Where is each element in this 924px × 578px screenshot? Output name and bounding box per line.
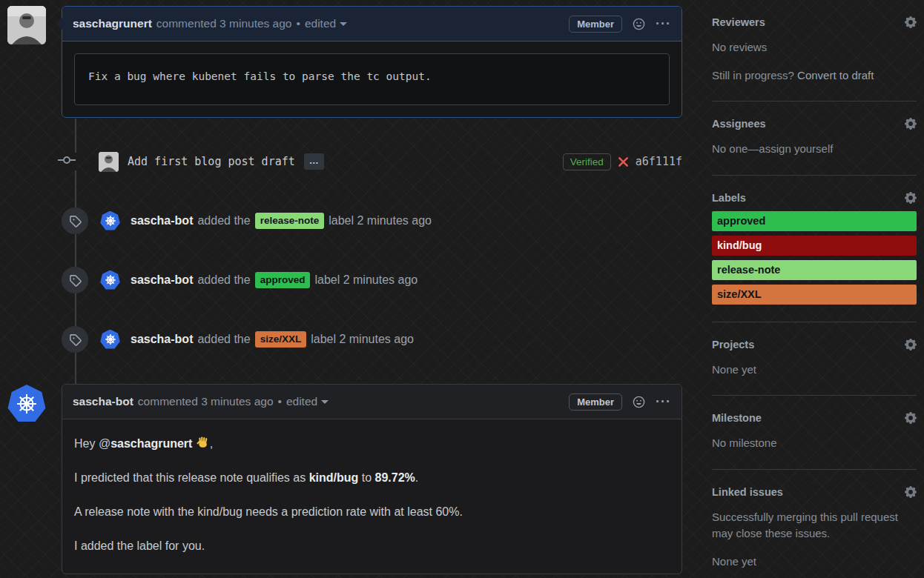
edited-dropdown[interactable]: edited [305, 17, 347, 30]
event-actor[interactable]: sascha-bot [131, 273, 193, 287]
linked-issues-empty-text: None yet [712, 554, 917, 571]
event-actor[interactable]: sascha-bot [131, 333, 193, 346]
reviewers-empty-text: No reviews [712, 39, 917, 56]
event-suffix: label 2 minutes ago [311, 333, 414, 346]
member-badge[interactable]: Member [569, 16, 622, 33]
label-size-xxl[interactable]: size/XXL [255, 331, 307, 348]
milestone-section: Milestone No milestone [712, 412, 917, 470]
sidebar-label-approved[interactable]: approved [712, 211, 917, 231]
reviewers-title: Reviewers [712, 16, 765, 28]
divider [712, 395, 917, 396]
linked-issues-title: Linked issues [712, 486, 783, 498]
comment-timestamp[interactable]: commented 3 minutes ago [138, 395, 274, 408]
divider [712, 175, 917, 176]
edited-dropdown[interactable]: edited [286, 395, 329, 408]
commit-expand-button[interactable]: … [304, 153, 324, 170]
chevron-down-icon [321, 400, 329, 404]
release-note-code-block: Fix a bug where kubenet fails to parse t… [74, 53, 670, 105]
bot-avatar-kubernetes[interactable] [100, 270, 120, 290]
event-actor[interactable]: sascha-bot [131, 214, 193, 227]
milestone-title: Milestone [712, 412, 762, 424]
separator-dot: • [278, 395, 282, 408]
separator-dot: • [296, 17, 300, 30]
person-photo-placeholder [7, 6, 46, 44]
projects-empty-text: None yet [712, 362, 917, 379]
convert-to-draft-row: Still in progress? Convert to draft [712, 67, 917, 84]
gear-icon[interactable] [905, 118, 917, 130]
assignees-empty-text: No one—assign yourself [712, 141, 917, 158]
event-action: added the [197, 333, 250, 346]
labels-title: Labels [712, 192, 746, 204]
kebab-menu-button[interactable]: ··· [656, 17, 671, 30]
divider [712, 469, 917, 470]
chevron-down-icon [340, 22, 347, 26]
member-badge[interactable]: Member [569, 393, 622, 411]
commit-author-avatar[interactable] [99, 152, 119, 172]
comment-body: Fix a bug where kubenet fails to parse t… [62, 41, 682, 117]
conversation-column: saschagrunert commented 3 minutes ago • … [62, 0, 682, 578]
add-reaction-button[interactable] [633, 18, 645, 30]
event-suffix: label 2 minutes ago [314, 273, 418, 287]
smiley-icon [633, 18, 645, 30]
linked-issues-description: Successfully merging this pull request m… [712, 509, 917, 542]
gear-icon[interactable] [905, 16, 917, 28]
label-release-note[interactable]: release-note [255, 213, 325, 229]
commit-message[interactable]: Add first blog post draft [128, 155, 295, 168]
bot-avatar-kubernetes[interactable] [100, 211, 120, 231]
kubernetes-wheel-icon [104, 333, 117, 346]
sidebar-label-size-xxl[interactable]: size/XXL [712, 285, 917, 305]
comment-author[interactable]: sascha-bot [73, 395, 133, 408]
status-failed-x-icon[interactable] [617, 156, 630, 168]
kubernetes-wheel-icon [104, 273, 117, 287]
sidebar: Reviewers No reviews Still in progress? … [712, 16, 917, 578]
milestone-empty-text: No milestone [712, 435, 917, 452]
comment-sascha-bot: sascha-bot commented 3 minutes ago • edi… [62, 384, 682, 574]
bot-avatar-kubernetes[interactable] [7, 385, 46, 423]
prediction-line: I predicted that this release note quali… [74, 471, 670, 485]
gear-icon[interactable] [905, 412, 917, 424]
verified-badge[interactable]: Verified [563, 153, 611, 170]
commit-sha-link[interactable]: a6f111f [636, 155, 682, 168]
labels-section: Labels approved kind/bug release-note si… [712, 192, 917, 322]
commit-row: Add first blog post draft … Verified a6f… [62, 150, 682, 173]
divider [712, 101, 917, 102]
code-text: Fix a bug where kubenet fails to parse t… [88, 70, 432, 82]
mention-link[interactable]: saschagrunert [110, 437, 192, 450]
git-commit-icon [57, 153, 76, 170]
gear-icon[interactable] [905, 486, 917, 498]
sidebar-label-kind-bug[interactable]: kind/bug [712, 236, 917, 256]
sidebar-label-release-note[interactable]: release-note [712, 260, 917, 280]
add-reaction-button[interactable] [633, 396, 645, 408]
bot-avatar-kubernetes[interactable] [100, 330, 120, 350]
threshold-line: A release note with the kind/bug needs a… [74, 505, 670, 519]
event-suffix: label 2 minutes ago [329, 214, 432, 227]
person-photo-placeholder [99, 152, 119, 172]
label-approved[interactable]: approved [255, 272, 311, 288]
timeline-event-release-note: sascha-bot added the release-note label … [62, 207, 682, 234]
tag-icon [62, 267, 88, 293]
author-avatar[interactable] [7, 6, 46, 44]
gear-icon[interactable] [905, 339, 917, 351]
comment-author[interactable]: saschagrunert [73, 17, 152, 30]
comment-body: Hey @saschagrunert , I predicted that th… [62, 419, 682, 574]
comment-timestamp[interactable]: commented 3 minutes ago [156, 17, 292, 30]
projects-section: Projects None yet [712, 339, 917, 396]
waving-hand-emoji [196, 436, 210, 450]
convert-to-draft-link[interactable]: Convert to draft [797, 69, 874, 82]
assignees-section: Assignees No one—assign yourself [712, 118, 917, 176]
comment-header: sascha-bot commented 3 minutes ago • edi… [62, 385, 682, 419]
tag-icon [62, 207, 88, 234]
assign-yourself-text[interactable]: No one—assign yourself [712, 142, 833, 155]
greeting-line: Hey @saschagrunert , [74, 436, 670, 451]
added-label-line: I added the label for you. [74, 539, 670, 553]
kebab-menu-button[interactable]: ··· [656, 395, 671, 408]
gear-icon[interactable] [905, 192, 917, 204]
tag-icon [62, 326, 88, 353]
kubernetes-wheel-icon [14, 391, 39, 416]
projects-title: Projects [712, 339, 754, 351]
pull-request-conversation-page: saschagrunert commented 3 minutes ago • … [0, 0, 924, 578]
event-action: added the [197, 273, 250, 287]
reviewers-section: Reviewers No reviews Still in progress? … [712, 16, 917, 102]
timeline-event-approved: sascha-bot added the approved label 2 mi… [62, 267, 682, 293]
comment-header: saschagrunert commented 3 minutes ago • … [62, 7, 682, 41]
